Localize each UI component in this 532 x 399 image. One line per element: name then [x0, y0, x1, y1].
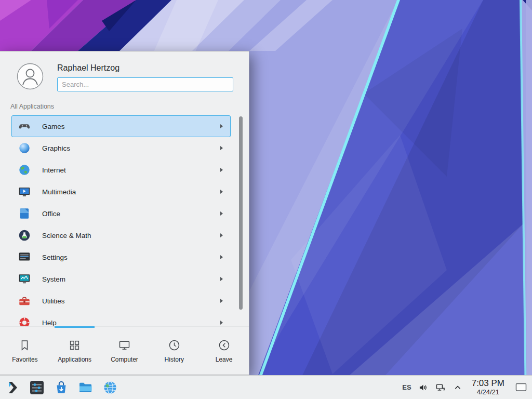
taskbar-launchers	[0, 379, 118, 396]
caret-right-icon	[220, 124, 223, 128]
tab-label: Favorites	[12, 356, 37, 363]
leave-icon	[217, 338, 231, 352]
category-item-internet[interactable]: Internet	[11, 159, 231, 181]
clock-date: 4/24/21	[472, 389, 504, 396]
volume-button[interactable]	[418, 382, 429, 393]
system-monitor-icon	[18, 272, 31, 286]
category-label: System	[42, 275, 209, 283]
category-label: Help	[42, 319, 209, 327]
caret-right-icon	[220, 321, 223, 325]
caret-right-icon	[220, 211, 223, 216]
caret-right-icon	[220, 168, 223, 172]
category-list: Games Graphics Internet Multimedia	[0, 113, 249, 326]
system-tray: ES 7:03 PM 4/24/21	[402, 377, 532, 398]
clock-icon	[167, 338, 181, 352]
category-label: Office	[42, 210, 209, 218]
user-avatar[interactable]	[17, 63, 44, 90]
category-label: Science & Math	[42, 232, 209, 240]
category-label: Multimedia	[42, 188, 209, 196]
category-item-settings[interactable]: Settings	[11, 246, 231, 268]
category-item-system[interactable]: System	[11, 268, 231, 290]
network-button[interactable]	[435, 382, 446, 393]
computer-icon	[117, 338, 131, 352]
category-label: Internet	[42, 166, 209, 174]
category-item-office[interactable]: Office	[11, 203, 231, 224]
system-settings-icon	[29, 380, 45, 395]
toolbox-icon	[18, 294, 31, 308]
search-input[interactable]	[57, 77, 233, 91]
taskbar-discover-button[interactable]	[53, 379, 70, 396]
category-label: Games	[42, 123, 209, 130]
browser-globe-icon	[102, 380, 118, 395]
show-desktop-button[interactable]	[513, 377, 529, 398]
clock-time: 7:03 PM	[472, 378, 504, 389]
gamepad-icon	[18, 119, 31, 133]
category-label: Utilities	[42, 297, 209, 305]
caret-right-icon	[220, 146, 223, 150]
show-desktop-icon	[515, 382, 527, 392]
bookmark-icon	[18, 338, 32, 352]
keyboard-layout-indicator[interactable]: ES	[402, 383, 411, 391]
taskbar-file-manager-button[interactable]	[77, 379, 94, 396]
caret-right-icon	[220, 277, 223, 281]
taskbar-browser-button[interactable]	[102, 379, 118, 396]
tab-label: Applications	[58, 356, 91, 363]
science-flask-icon	[18, 229, 31, 242]
tab-history[interactable]: History	[149, 327, 199, 375]
taskbar: ES 7:03 PM 4/24/21	[0, 375, 532, 399]
discover-icon	[54, 380, 69, 395]
tab-label: History	[165, 356, 184, 363]
app-grid-icon	[68, 338, 82, 352]
category-label: Settings	[42, 254, 209, 261]
category-item-graphics[interactable]: Graphics	[11, 137, 231, 159]
network-icon	[435, 382, 446, 393]
chevron-up-icon	[453, 382, 463, 393]
scrollbar-thumb[interactable]	[239, 116, 243, 310]
settings-panel-icon	[18, 250, 31, 264]
graphics-sphere-icon	[18, 141, 31, 155]
app-launcher-button[interactable]	[4, 379, 21, 396]
user-name: Raphael Hertzog	[57, 63, 233, 73]
multimedia-monitor-icon	[18, 185, 31, 198]
globe-icon	[18, 163, 31, 177]
launcher-header: Raphael Hertzog	[0, 51, 249, 97]
folder-icon	[78, 380, 94, 395]
caret-right-icon	[220, 299, 223, 303]
tab-applications[interactable]: Applications	[50, 327, 100, 375]
volume-icon	[418, 382, 429, 393]
expand-tray-button[interactable]	[453, 382, 463, 393]
digital-clock[interactable]: 7:03 PM 4/24/21	[470, 378, 507, 396]
office-document-icon	[18, 207, 31, 220]
tab-label: Computer	[111, 356, 138, 363]
category-item-help[interactable]: Help	[11, 312, 231, 326]
category-item-games[interactable]: Games	[11, 115, 231, 137]
tab-computer[interactable]: Computer	[100, 327, 150, 375]
tab-leave[interactable]: Leave	[199, 327, 249, 375]
help-lifebuoy-icon	[18, 316, 31, 326]
category-item-science-math[interactable]: Science & Math	[11, 224, 231, 246]
kickoff-launcher-icon	[5, 380, 20, 395]
category-item-utilities[interactable]: Utilities	[11, 290, 231, 312]
caret-right-icon	[220, 190, 223, 194]
application-launcher-popup: Raphael Hertzog All Applications Games G…	[0, 51, 249, 375]
tab-label: Leave	[216, 356, 233, 363]
user-icon	[17, 63, 44, 90]
caret-right-icon	[220, 255, 223, 259]
category-label: Graphics	[42, 144, 209, 152]
tab-favorites[interactable]: Favorites	[0, 327, 50, 375]
taskbar-system-settings-button[interactable]	[29, 379, 45, 396]
caret-right-icon	[220, 233, 223, 237]
launcher-tab-bar: Favorites Applications Computer History …	[0, 326, 249, 375]
category-item-multimedia[interactable]: Multimedia	[11, 181, 231, 203]
section-label: All Applications	[0, 97, 249, 113]
